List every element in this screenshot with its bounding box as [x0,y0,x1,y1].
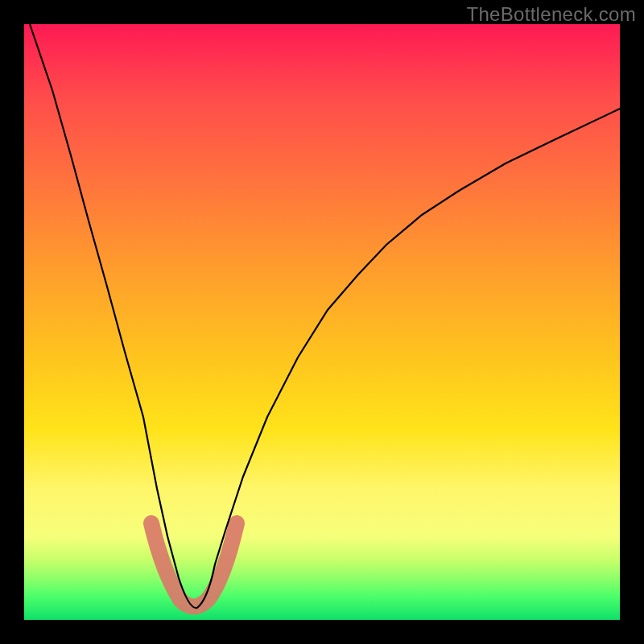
bottleneck-curve-svg [24,24,620,620]
watermark-text: TheBottleneck.com [466,3,636,26]
bottleneck-curve [30,24,620,608]
chart-plot-area [24,24,620,620]
